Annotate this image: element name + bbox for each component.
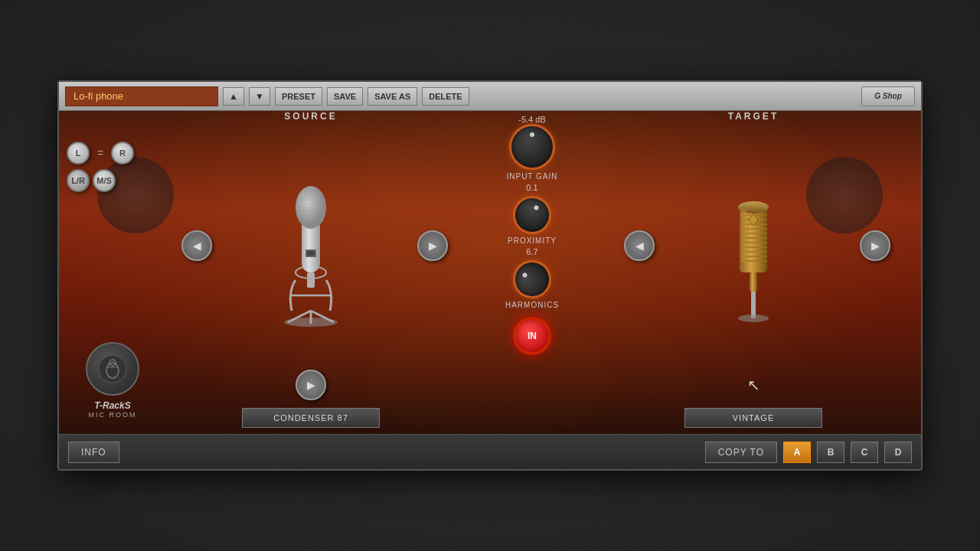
svg-rect-9 <box>307 272 315 288</box>
save-as-button[interactable]: SAVE AS <box>368 87 417 106</box>
svg-rect-27 <box>750 272 757 292</box>
proximity-label: PROXIMITY <box>508 236 557 245</box>
source-next-button[interactable]: ▶ <box>417 230 448 261</box>
info-button[interactable]: INFO <box>68 442 119 463</box>
left-panel: L = R L/R M/S <box>59 111 166 434</box>
target-label: TARGET <box>728 111 779 122</box>
harmonics-knob-container: HARMONICS <box>505 260 559 309</box>
play-icon: ▶ <box>307 379 315 391</box>
plugin-window: Lo-fi phone ▲ ▼ PRESET SAVE SAVE AS DELE… <box>57 80 923 471</box>
svg-rect-42 <box>741 209 747 262</box>
target-arrow-right-icon: ▶ <box>871 240 880 252</box>
source-play-button[interactable]: ▶ <box>296 370 326 400</box>
harmonics-knob[interactable] <box>506 253 558 305</box>
ms-mode-button[interactable]: M/S <box>93 169 116 192</box>
center-panel: -5.4 dB INPUT GAIN 0.1 PROXIMITY 6.7 <box>456 111 609 434</box>
preset-up-button[interactable]: ▲ <box>223 87 244 106</box>
proximity-indicator <box>533 204 539 210</box>
proximity-knob-container: PROXIMITY 6.7 <box>508 196 557 256</box>
delete-button[interactable]: DELETE <box>422 87 469 106</box>
bottom-bar: INFO COPY TO A B C D <box>59 434 921 469</box>
target-prev-button[interactable]: ◀ <box>624 230 655 261</box>
l-button[interactable]: L <box>67 142 90 165</box>
source-mic-image <box>265 161 357 330</box>
right-spacer <box>898 111 921 434</box>
source-play-area: ▶ <box>166 362 456 408</box>
main-area: L = R L/R M/S <box>59 111 921 434</box>
brand-name: T-RackS <box>94 400 130 411</box>
svg-point-26 <box>738 315 769 322</box>
input-gain-value: 0.1 <box>526 183 537 192</box>
source-prev-button[interactable]: ◀ <box>181 230 212 261</box>
in-bypass-button[interactable]: IN <box>513 317 551 355</box>
harmonics-indicator <box>521 272 528 278</box>
slot-c-button[interactable]: C <box>851 442 878 463</box>
preset-button[interactable]: PRESET <box>275 87 322 106</box>
svg-rect-25 <box>751 288 756 318</box>
brand-logo-circle <box>86 342 139 396</box>
source-label: SOURCE <box>284 111 337 122</box>
gear-shop-logo: G Shop <box>861 86 915 106</box>
proximity-value: 6.7 <box>526 247 537 256</box>
source-section: SOURCE ◀ <box>166 111 456 434</box>
target-mic-area: ◀ <box>609 129 898 362</box>
target-mic-image <box>707 161 799 330</box>
logo-container: T-RackS MIC ROOM <box>86 342 139 419</box>
target-arrow-left-icon: ◀ <box>635 240 644 252</box>
knob-indicator <box>530 132 534 137</box>
copy-to-button[interactable]: COPY TO <box>705 442 777 463</box>
preset-down-button[interactable]: ▼ <box>249 87 270 106</box>
preset-name-display: Lo-fi phone <box>65 86 218 106</box>
lr-controls: L = R L/R M/S <box>67 142 134 192</box>
target-section: TARGET ◀ <box>609 111 898 434</box>
input-gain-label: INPUT GAIN <box>506 172 557 181</box>
source-mic-label[interactable]: CONDENSER 87 <box>242 408 380 428</box>
arrow-right-icon: ▶ <box>429 240 437 252</box>
target-play-area: ↖ <box>609 362 898 408</box>
input-gain-db: -5.4 dB <box>518 115 545 124</box>
cursor-indicator: ↖ <box>747 376 760 394</box>
lr-mode-button[interactable]: L/R <box>67 169 90 192</box>
brand-subtitle: MIC ROOM <box>89 411 137 419</box>
save-button[interactable]: SAVE <box>327 87 363 106</box>
proximity-knob[interactable] <box>506 189 558 241</box>
arrow-left-icon: ◀ <box>193 240 201 252</box>
r-button[interactable]: R <box>111 142 134 165</box>
top-bar: Lo-fi phone ▲ ▼ PRESET SAVE SAVE AS DELE… <box>59 82 921 111</box>
eq-symbol: = <box>93 147 108 159</box>
harmonics-label: HARMONICS <box>505 301 559 309</box>
slot-d-button[interactable]: D <box>884 442 912 463</box>
input-gain-knob[interactable] <box>509 124 555 170</box>
slot-b-button[interactable]: B <box>817 442 844 463</box>
slot-a-button[interactable]: A <box>783 442 811 463</box>
svg-rect-24 <box>307 251 315 256</box>
target-mic-label[interactable]: VINTAGE <box>684 408 822 428</box>
source-mic-area: ◀ <box>166 129 456 362</box>
input-gain-knob-container: INPUT GAIN 0.1 <box>506 124 557 192</box>
target-next-button[interactable]: ▶ <box>860 230 890 261</box>
